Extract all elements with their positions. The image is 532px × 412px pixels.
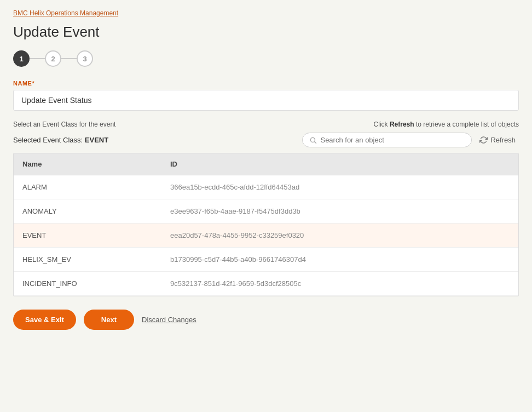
cell-name: ALARM [14, 175, 161, 199]
cell-id: e3ee9637-f65b-4aae-9187-f5475df3dd3b [161, 199, 518, 223]
event-class-section: Select an Event Class for the event Clic… [13, 121, 519, 147]
event-class-table: Name ID ALARM 366ea15b-ecdd-465c-afdd-12… [13, 153, 519, 296]
name-field-label: NAME* [13, 80, 519, 87]
page-title: Update Event [13, 24, 519, 41]
table-row[interactable]: INCIDENT_INFO 9c532137-851d-42f1-9659-5d… [14, 272, 518, 296]
cell-id: 366ea15b-ecdd-465c-afdd-12ffd64453ad [161, 175, 518, 199]
step-3[interactable]: 3 [77, 50, 93, 67]
search-input[interactable] [320, 136, 465, 144]
search-input-container [302, 133, 472, 147]
discard-changes-button[interactable]: Discard Changes [142, 316, 196, 324]
cell-name: EVENT [14, 224, 161, 247]
search-refresh-group: Refresh [302, 133, 519, 147]
event-class-hint: Select an Event Class for the event [13, 121, 115, 128]
search-icon [309, 136, 317, 144]
cell-id: 9c532137-851d-42f1-9659-5d3dcf28505c [161, 272, 518, 295]
refresh-button[interactable]: Refresh [476, 134, 519, 146]
svg-point-0 [311, 138, 315, 142]
cell-name: ANOMALY [14, 199, 161, 223]
step-connector-2 [61, 58, 77, 59]
table-row[interactable]: EVENT eea20d57-478a-4455-9952-c33259ef03… [14, 224, 518, 248]
step-1[interactable]: 1 [13, 50, 30, 67]
refresh-label: Refresh [490, 136, 516, 144]
name-value: Update Event Status [21, 96, 91, 105]
table-row[interactable]: ALARM 366ea15b-ecdd-465c-afdd-12ffd64453… [14, 175, 518, 199]
cell-name: HELIX_SM_EV [14, 248, 161, 271]
column-header-id: ID [161, 153, 518, 175]
step-2[interactable]: 2 [45, 50, 61, 67]
svg-line-1 [315, 141, 316, 143]
step-connector-1 [30, 58, 45, 59]
table-row[interactable]: HELIX_SM_EV b1730995-c5d7-44b5-a40b-9661… [14, 248, 518, 272]
footer-actions: Save & Exit Next Discard Changes [13, 310, 519, 330]
table-body: ALARM 366ea15b-ecdd-465c-afdd-12ffd64453… [14, 175, 518, 296]
cell-id: eea20d57-478a-4455-9952-c33259ef0320 [161, 224, 518, 247]
refresh-icon [479, 136, 488, 144]
cell-id: b1730995-c5d7-44b5-a40b-9661746307d4 [161, 248, 518, 271]
stepper: 1 2 3 [13, 50, 519, 67]
cell-name: INCIDENT_INFO [14, 272, 161, 295]
table-header: Name ID [14, 153, 518, 175]
selected-event-value: EVENT [85, 136, 108, 144]
selected-event-label: Selected Event Class: EVENT [13, 136, 108, 144]
table-row[interactable]: ANOMALY e3ee9637-f65b-4aae-9187-f5475df3… [14, 199, 518, 224]
name-input-wrapper: Update Event Status [13, 90, 519, 111]
save-exit-button[interactable]: Save & Exit [13, 310, 76, 330]
breadcrumb-link[interactable]: BMC Helix Operations Management [13, 9, 118, 17]
column-header-name: Name [14, 153, 161, 175]
refresh-hint: Click Refresh to retrieve a complete lis… [374, 121, 519, 128]
next-button[interactable]: Next [84, 310, 134, 330]
